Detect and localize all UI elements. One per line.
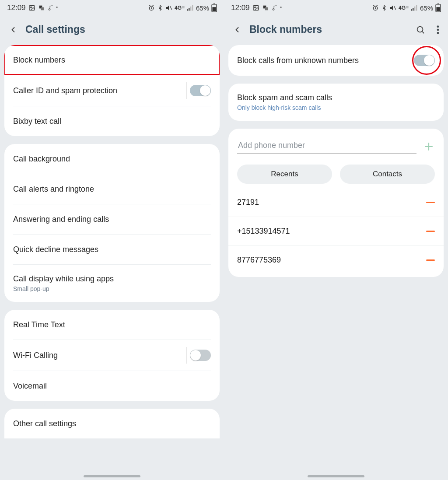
row-label: Wi-Fi Calling: [13, 351, 185, 360]
svg-line-6: [170, 6, 172, 10]
settings-group: Call background Call alerts and ringtone…: [4, 144, 220, 302]
svg-rect-17: [265, 7, 268, 11]
status-time: 12:09: [231, 4, 250, 12]
svg-point-28: [417, 26, 423, 32]
search-icon[interactable]: [416, 25, 425, 35]
page-title: Call settings: [25, 24, 215, 35]
svg-rect-3: [41, 7, 44, 11]
add-phone-input[interactable]: [237, 139, 416, 154]
row-label: Block spam and scam calls: [237, 93, 435, 102]
back-icon[interactable]: [9, 25, 18, 34]
blocked-row: 27191: [228, 188, 444, 217]
remove-number-button[interactable]: [426, 259, 435, 261]
row-other-settings[interactable]: Other call settings: [4, 409, 220, 438]
svg-rect-7: [187, 9, 188, 11]
svg-rect-22: [413, 8, 413, 11]
add-number-card: Recents Contacts 27191 +15133914571 8776…: [228, 129, 444, 277]
home-indicator[interactable]: [84, 475, 140, 477]
add-number-button[interactable]: [423, 140, 435, 153]
gallery-icon: [252, 4, 259, 11]
mute-icon: [389, 4, 396, 11]
row-label: Real Time Text: [13, 320, 211, 329]
home-indicator[interactable]: [308, 475, 364, 477]
row-answering-ending[interactable]: Answering and ending calls: [4, 204, 220, 234]
recents-button[interactable]: Recents: [237, 165, 332, 184]
status-time: 12:09: [7, 4, 26, 12]
toggle-caller-id-spam[interactable]: [190, 85, 211, 96]
blocked-number: 27191: [237, 198, 426, 207]
status-bar: 12:09 • 4G≡: [224, 0, 448, 16]
battery-percent: 65%: [420, 4, 433, 12]
row-block-unknown[interactable]: Block calls from unknown numbers: [228, 45, 444, 76]
back-icon[interactable]: [233, 25, 242, 34]
remove-number-button[interactable]: [426, 231, 435, 232]
network-type: 4G≡: [175, 5, 185, 11]
block-spam-card: Block spam and scam calls Only block hig…: [228, 84, 444, 121]
phone-right: 12:09 • 4G≡: [224, 0, 448, 480]
row-label: Bixby text call: [13, 117, 211, 126]
row-label: Other call settings: [13, 419, 211, 428]
battery-percent: 65%: [196, 4, 209, 12]
battery-icon: [211, 4, 217, 12]
phone-left: 12:09 • 4G≡: [0, 0, 224, 480]
svg-rect-23: [414, 7, 415, 11]
svg-point-1: [30, 7, 32, 8]
settings-group: Block numbers Caller ID and spam protect…: [4, 45, 220, 136]
chip-label: Recents: [271, 170, 298, 179]
svg-rect-8: [189, 8, 189, 11]
blocked-number: +15133914571: [237, 227, 426, 236]
music-note-icon: [272, 5, 278, 11]
row-sublabel: Small pop-up: [13, 285, 211, 292]
svg-rect-12: [214, 4, 215, 4]
row-sublabel: Only block high-risk scam calls: [237, 104, 435, 111]
more-icon[interactable]: [437, 25, 439, 35]
svg-rect-10: [192, 5, 193, 11]
battery-icon: [435, 4, 441, 12]
row-quick-decline[interactable]: Quick decline messages: [4, 235, 220, 264]
toggle-wifi-calling[interactable]: [190, 350, 211, 361]
blocked-row: +15133914571: [228, 217, 444, 245]
overlap-icon: [262, 4, 269, 11]
music-note-icon: [48, 5, 54, 11]
svg-rect-13: [212, 7, 216, 11]
status-bar: 12:09 • 4G≡: [0, 0, 224, 16]
svg-rect-21: [411, 9, 412, 11]
row-block-spam[interactable]: Block spam and scam calls Only block hig…: [228, 84, 444, 121]
remove-number-button[interactable]: [426, 202, 435, 203]
svg-point-30: [437, 25, 439, 27]
svg-point-32: [437, 32, 439, 34]
row-call-alerts-ringtone[interactable]: Call alerts and ringtone: [4, 174, 220, 204]
row-bixby-text-call[interactable]: Bixby text call: [4, 106, 220, 136]
app-header: Call settings: [0, 16, 224, 45]
row-call-background[interactable]: Call background: [4, 144, 220, 174]
row-call-display-apps[interactable]: Call display while using apps Small pop-…: [4, 265, 220, 302]
row-block-numbers[interactable]: Block numbers: [4, 45, 220, 75]
svg-rect-9: [190, 7, 191, 11]
svg-rect-27: [436, 7, 440, 11]
svg-point-4: [49, 9, 50, 11]
svg-rect-24: [416, 5, 417, 11]
svg-rect-26: [438, 4, 439, 4]
alarm-icon: [148, 4, 155, 11]
row-label: Answering and ending calls: [13, 215, 211, 224]
blocked-row: 8776775369: [228, 245, 444, 274]
svg-point-18: [273, 9, 274, 11]
signal-icon: [411, 5, 418, 11]
row-real-time-text[interactable]: Real Time Text: [4, 310, 220, 340]
block-unknown-card: Block calls from unknown numbers: [228, 45, 444, 76]
contacts-button[interactable]: Contacts: [340, 165, 435, 184]
row-label: Call background: [13, 154, 211, 164]
row-label: Call display while using apps: [13, 274, 211, 284]
network-type: 4G≡: [399, 5, 409, 11]
bluetooth-icon: [381, 4, 387, 11]
mute-icon: [165, 4, 172, 11]
svg-point-15: [254, 7, 256, 8]
row-caller-id-spam[interactable]: Caller ID and spam protection: [4, 75, 220, 106]
row-voicemail[interactable]: Voicemail: [4, 371, 220, 401]
bluetooth-icon: [157, 4, 163, 11]
row-wifi-calling[interactable]: Wi-Fi Calling: [4, 340, 220, 371]
chip-label: Contacts: [373, 170, 402, 179]
svg-point-31: [437, 28, 439, 30]
toggle-block-unknown[interactable]: [414, 55, 435, 66]
page-title: Block numbers: [249, 24, 408, 35]
